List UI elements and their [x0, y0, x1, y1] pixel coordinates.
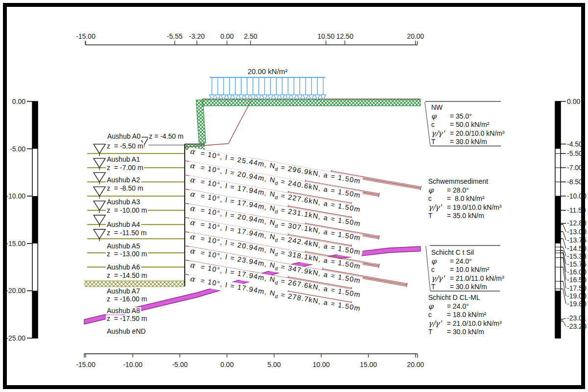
stage-label-7: Aushub A6 [106, 264, 141, 271]
soil-param-row: c= 8.0 kN/m² [428, 195, 502, 203]
soil-param-value: = 24.0° [450, 257, 472, 266]
text-overlay: Aushub A0z = -4.50 mz = -5.50 mAushub A1… [0, 0, 588, 392]
soil-param-value: = 50.0 kN/m² [450, 121, 490, 129]
soil-box-title: Schwemmsediment [428, 177, 502, 186]
soil-param-value: = 19.0/10.0 kN/m³ [447, 203, 502, 212]
soil-param-row: T= 30.0 kN/m [431, 138, 505, 147]
soil-param-symbol: c [428, 311, 447, 319]
stage-depth-label-1: z = -5.50 m [106, 143, 144, 150]
stage-label-4: Aushub A3 [106, 198, 141, 206]
soil-box-nw: NWφ= 35.0°c= 50.0 kN/m²γ/γ'= 20.0/10.0 k… [431, 103, 505, 147]
soil-param-symbol: γ/γ' [431, 129, 450, 138]
soil-param-row: c= 18.0 kN/m² [428, 311, 502, 319]
soil-param-value: = 21.0/10.0 kN/m³ [447, 319, 502, 328]
stage-label-0: Aushub A0 [106, 133, 142, 140]
soil-box-schicht-c-t-sil: Schicht C t Silφ= 24.0°c= 10.0 kN/m²γ/γ'… [431, 248, 504, 292]
soil-param-symbol: c [428, 195, 447, 203]
soil-param-symbol: φ [428, 186, 447, 195]
soil-param-row: c= 50.0 kN/m² [431, 121, 505, 129]
soil-param-row: γ/γ'= 19.0/10.0 kN/m³ [428, 203, 502, 212]
soil-box-schicht-d-cl-ml: Schicht D CL-MLφ= 24.0°c= 18.0 kN/m²γ/γ'… [428, 294, 502, 337]
soil-param-row: φ= 28.0° [428, 186, 502, 195]
soil-box-title: Schicht C t Sil [431, 248, 504, 257]
stage-depth-label-2: z = -7.00 m [106, 164, 144, 172]
soil-param-value: = 20.0/10.0 kN/m³ [450, 129, 505, 138]
soil-param-row: γ/γ'= 21.0/11.0 kN/m³ [431, 274, 504, 283]
soil-param-value: = 21.0/11.0 kN/m³ [450, 274, 504, 283]
soil-param-value: = 18.0 kN/m² [447, 311, 487, 319]
soil-param-symbol: φ [428, 302, 447, 311]
stage-depth-label-6: z = -13.00 m [106, 250, 148, 258]
soil-param-row: γ/γ'= 21.0/10.0 kN/m³ [428, 319, 502, 328]
soil-param-symbol: T [431, 283, 450, 292]
soil-param-row: c= 10.0 kN/m² [431, 266, 504, 274]
soil-param-row: φ= 24.0° [428, 302, 502, 311]
soil-param-symbol: γ/γ' [428, 203, 447, 212]
soil-param-value: = 35.0° [450, 112, 472, 121]
stage-label-5: Aushub A4 [106, 221, 141, 228]
soil-param-row: φ= 35.0° [431, 112, 505, 121]
soil-param-value: = 30.0 kN/m [447, 328, 484, 337]
soil-param-row: T= 35.0 kN/m [428, 212, 502, 220]
soil-param-symbol: γ/γ' [428, 319, 447, 328]
soil-box-title: NW [431, 103, 505, 112]
soil-param-symbol: T [428, 212, 447, 220]
soil-param-symbol: c [431, 266, 450, 274]
stage-depth-label-3: z = -8.50 m [106, 185, 144, 192]
stage-label-8: Aushub A7 [106, 288, 141, 295]
soil-param-value: = 28.0° [447, 186, 469, 195]
soil-param-row: φ= 24.0° [431, 257, 504, 266]
geotech-cross-section-sheet: -15.00-5.55-3.200.002.5010.5012.5020.00-… [0, 0, 588, 392]
soil-param-value: = 24.0° [447, 302, 469, 311]
stage-depth-label-0: z = -4.50 m [148, 133, 184, 140]
soil-param-symbol: T [431, 138, 450, 147]
soil-param-row: γ/γ'= 20.0/10.0 kN/m³ [431, 129, 505, 138]
stage-depth-label-9: z = -17.50 m [106, 315, 148, 322]
soil-param-row: T= 30.0 kN/m [431, 283, 504, 292]
soil-param-value: = 8.0 kN/m² [447, 195, 485, 203]
soil-param-value: = 30.0 kN/m [450, 138, 487, 147]
soil-param-value: = 35.0 kN/m [447, 212, 484, 220]
soil-param-symbol: T [428, 328, 447, 337]
stage-depth-label-5: z = -11.50 m [106, 229, 147, 237]
stage-depth-label-4: z = -10.00 m [106, 207, 148, 214]
soil-param-symbol: φ [431, 112, 450, 121]
soil-param-row: T= 30.0 kN/m [428, 328, 502, 337]
stage-depth-label-7: z = -14.50 m [106, 272, 148, 279]
stage-depth-label-8: z = -16.00 m [106, 295, 148, 303]
stage-label-9: Aushub A8 [106, 307, 141, 315]
stage-label-2: Aushub A1 [106, 156, 141, 163]
soil-param-symbol: c [431, 121, 450, 129]
stage-label-10: Aushub eND [106, 328, 147, 335]
soil-param-value: = 30.0 kN/m [450, 283, 487, 292]
stage-label-6: Aushub A5 [106, 243, 141, 250]
stage-label-3: Aushub A2 [106, 176, 141, 184]
soil-param-symbol: φ [431, 257, 450, 266]
soil-box-title: Schicht D CL-ML [428, 294, 502, 302]
soil-param-symbol: γ/γ' [431, 274, 450, 283]
soil-param-value: = 10.0 kN/m² [450, 266, 490, 274]
soil-box-schwemmsediment: Schwemmsedimentφ= 28.0°c= 8.0 kN/m²γ/γ'=… [428, 177, 502, 220]
